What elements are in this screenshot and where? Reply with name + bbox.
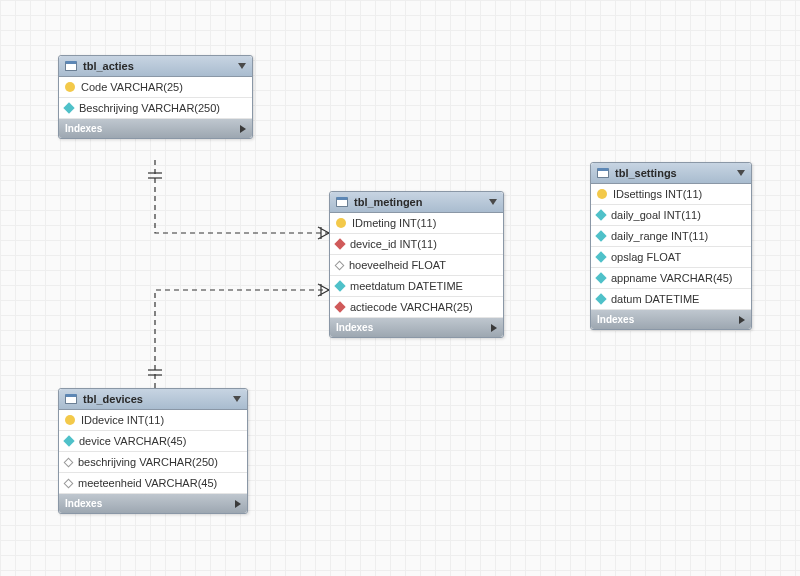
key-icon xyxy=(65,82,75,92)
column-row[interactable]: IDdevice INT(11) xyxy=(59,410,247,431)
filled-diamond-icon xyxy=(595,251,606,262)
column-row[interactable]: daily_goal INT(11) xyxy=(591,205,751,226)
table-header[interactable]: tbl_acties xyxy=(59,56,252,77)
filled-diamond-icon xyxy=(334,280,345,291)
table-header[interactable]: tbl_devices xyxy=(59,389,247,410)
column-def: IDmeting INT(11) xyxy=(352,217,436,229)
empty-diamond-icon xyxy=(64,478,74,488)
table-header[interactable]: tbl_metingen xyxy=(330,192,503,213)
column-def: meetdatum DATETIME xyxy=(350,280,463,292)
column-def: beschrijving VARCHAR(250) xyxy=(78,456,218,468)
indexes-label: Indexes xyxy=(597,314,634,325)
filled-diamond-icon xyxy=(63,435,74,446)
column-def: datum DATETIME xyxy=(611,293,699,305)
column-row[interactable]: opslag FLOAT xyxy=(591,247,751,268)
column-def: meeteenheid VARCHAR(45) xyxy=(78,477,217,489)
indexes-label: Indexes xyxy=(336,322,373,333)
column-row[interactable]: device_id INT(11) xyxy=(330,234,503,255)
column-row[interactable]: appname VARCHAR(45) xyxy=(591,268,751,289)
column-row[interactable]: hoeveelheid FLOAT xyxy=(330,255,503,276)
table-metingen[interactable]: tbl_metingenIDmeting INT(11)device_id IN… xyxy=(329,191,504,338)
table-title: tbl_acties xyxy=(83,60,134,72)
key-icon xyxy=(597,189,607,199)
table-devices[interactable]: tbl_devicesIDdevice INT(11)device VARCHA… xyxy=(58,388,248,514)
chevron-down-icon[interactable] xyxy=(238,63,246,69)
column-def: appname VARCHAR(45) xyxy=(611,272,732,284)
table-acties[interactable]: tbl_actiesCode VARCHAR(25)Beschrijving V… xyxy=(58,55,253,139)
column-row[interactable]: beschrijving VARCHAR(250) xyxy=(59,452,247,473)
empty-diamond-icon xyxy=(64,457,74,467)
chevron-right-icon[interactable] xyxy=(240,125,246,133)
fk-diamond-icon xyxy=(334,238,345,249)
table-icon xyxy=(336,197,348,207)
column-def: device_id INT(11) xyxy=(350,238,437,250)
filled-diamond-icon xyxy=(595,209,606,220)
column-def: Beschrijving VARCHAR(250) xyxy=(79,102,220,114)
indexes-section[interactable]: Indexes xyxy=(59,494,247,513)
indexes-section[interactable]: Indexes xyxy=(59,119,252,138)
column-row[interactable]: meetdatum DATETIME xyxy=(330,276,503,297)
column-row[interactable]: meeteenheid VARCHAR(45) xyxy=(59,473,247,494)
table-icon xyxy=(65,61,77,71)
column-def: IDdevice INT(11) xyxy=(81,414,164,426)
key-icon xyxy=(65,415,75,425)
column-row[interactable]: daily_range INT(11) xyxy=(591,226,751,247)
chevron-down-icon[interactable] xyxy=(233,396,241,402)
filled-diamond-icon xyxy=(595,293,606,304)
column-row[interactable]: Code VARCHAR(25) xyxy=(59,77,252,98)
indexes-label: Indexes xyxy=(65,498,102,509)
column-def: device VARCHAR(45) xyxy=(79,435,186,447)
column-def: hoeveelheid FLOAT xyxy=(349,259,446,271)
indexes-section[interactable]: Indexes xyxy=(591,310,751,329)
chevron-right-icon[interactable] xyxy=(491,324,497,332)
table-title: tbl_devices xyxy=(83,393,143,405)
indexes-section[interactable]: Indexes xyxy=(330,318,503,337)
column-row[interactable]: actiecode VARCHAR(25) xyxy=(330,297,503,318)
column-def: daily_goal INT(11) xyxy=(611,209,701,221)
filled-diamond-icon xyxy=(595,230,606,241)
table-icon xyxy=(597,168,609,178)
chevron-right-icon[interactable] xyxy=(235,500,241,508)
key-icon xyxy=(336,218,346,228)
chevron-down-icon[interactable] xyxy=(489,199,497,205)
chevron-down-icon[interactable] xyxy=(737,170,745,176)
column-def: opslag FLOAT xyxy=(611,251,681,263)
column-def: Code VARCHAR(25) xyxy=(81,81,183,93)
empty-diamond-icon xyxy=(335,260,345,270)
column-row[interactable]: Beschrijving VARCHAR(250) xyxy=(59,98,252,119)
column-def: actiecode VARCHAR(25) xyxy=(350,301,473,313)
table-icon xyxy=(65,394,77,404)
column-row[interactable]: datum DATETIME xyxy=(591,289,751,310)
indexes-label: Indexes xyxy=(65,123,102,134)
column-def: daily_range INT(11) xyxy=(611,230,708,242)
column-def: IDsettings INT(11) xyxy=(613,188,702,200)
column-row[interactable]: IDmeting INT(11) xyxy=(330,213,503,234)
table-settings[interactable]: tbl_settingsIDsettings INT(11)daily_goal… xyxy=(590,162,752,330)
table-title: tbl_settings xyxy=(615,167,677,179)
table-header[interactable]: tbl_settings xyxy=(591,163,751,184)
column-row[interactable]: device VARCHAR(45) xyxy=(59,431,247,452)
fk-diamond-icon xyxy=(334,301,345,312)
table-title: tbl_metingen xyxy=(354,196,422,208)
filled-diamond-icon xyxy=(595,272,606,283)
chevron-right-icon[interactable] xyxy=(739,316,745,324)
column-row[interactable]: IDsettings INT(11) xyxy=(591,184,751,205)
filled-diamond-icon xyxy=(63,102,74,113)
